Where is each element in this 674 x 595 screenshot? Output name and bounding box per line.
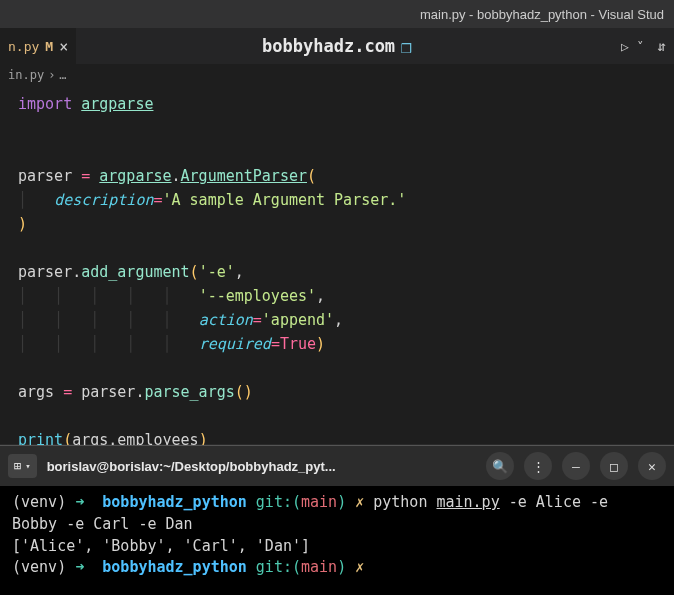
var-args: args <box>18 383 54 401</box>
tab-bar: n.py M × bobbyhadz.com ❒ ▷ ˅ ⇵ <box>0 28 674 64</box>
code-editor[interactable]: import argparse parser = argparse.Argume… <box>0 86 674 444</box>
prompt-arrow: ➜ <box>75 493 84 511</box>
comma: , <box>334 311 343 329</box>
minimize-button[interactable]: — <box>562 452 590 480</box>
git-paren: ( <box>292 493 301 511</box>
module-argparse: argparse <box>81 95 153 113</box>
breadcrumb-file[interactable]: in.py <box>8 68 44 82</box>
site-text: bobbyhadz.com <box>262 36 395 56</box>
cmd-arg: -e <box>509 493 527 511</box>
maximize-button[interactable]: □ <box>600 452 628 480</box>
close-button[interactable]: ✕ <box>638 452 666 480</box>
paren-close: ) <box>18 215 27 233</box>
minimize-icon: — <box>572 459 580 474</box>
module-ref: argparse <box>99 167 171 185</box>
editor-actions: ▷ ˅ ⇵ <box>621 38 666 54</box>
terminal-title: borislav@borislav:~/Desktop/bobbyhadz_py… <box>47 459 476 474</box>
terminal-output: ['Alice', 'Bobby', 'Carl', 'Dan'] <box>12 537 310 555</box>
chevron-down-icon: ▾ <box>25 461 30 471</box>
venv-label: (venv) <box>12 493 66 511</box>
site-label: bobbyhadz.com ❒ <box>262 36 412 57</box>
terminal-content[interactable]: (venv) ➜ bobbyhadz_python git:(main) ✗ p… <box>0 486 674 585</box>
var-parser: parser <box>18 167 72 185</box>
terminal-titlebar: ⊞ ▾ borislav@borislav:~/Desktop/bobbyhad… <box>0 446 674 486</box>
op-eq: = <box>63 383 72 401</box>
comma: , <box>235 263 244 281</box>
new-tab-button[interactable]: ⊞ ▾ <box>8 454 37 478</box>
method-parse-args: parse_args <box>144 383 234 401</box>
search-button[interactable]: 🔍 <box>486 452 514 480</box>
git-paren: ) <box>337 493 346 511</box>
git-label: git: <box>256 558 292 576</box>
close-icon[interactable]: × <box>59 38 68 56</box>
comma: , <box>316 287 325 305</box>
op-eq: = <box>271 335 280 353</box>
string-literal: '-e' <box>199 263 235 281</box>
param-action: action <box>199 311 253 329</box>
paren-close: ) <box>316 335 325 353</box>
menu-button[interactable]: ⋮ <box>524 452 552 480</box>
cmd-file: main.py <box>436 493 499 511</box>
class-argumentparser: ArgumentParser <box>181 167 307 185</box>
method-add-argument: add_argument <box>81 263 189 281</box>
dot: . <box>172 167 181 185</box>
parens: () <box>235 383 253 401</box>
dirty-icon: ✗ <box>355 493 364 511</box>
git-branch: main <box>301 558 337 576</box>
terminal-panel: ⊞ ▾ borislav@borislav:~/Desktop/bobbyhad… <box>0 445 674 595</box>
run-icon[interactable]: ▷ ˅ <box>621 39 644 54</box>
breadcrumb[interactable]: in.py › … <box>0 64 674 86</box>
prompt-dir: bobbyhadz_python <box>102 558 247 576</box>
var-parser: parser <box>81 383 135 401</box>
menu-icon: ⋮ <box>532 459 545 474</box>
paren: ( <box>307 167 316 185</box>
breadcrumb-ellipsis[interactable]: … <box>59 68 66 82</box>
param-description: description <box>54 191 153 209</box>
dot: . <box>72 263 81 281</box>
search-icon: 🔍 <box>492 459 508 474</box>
git-label: git: <box>256 493 292 511</box>
git-paren: ) <box>337 558 346 576</box>
breadcrumb-separator: › <box>48 68 55 82</box>
git-paren: ( <box>292 558 301 576</box>
prompt-arrow: ➜ <box>75 558 84 576</box>
tab-filename: n.py <box>8 39 39 54</box>
prompt-dir: bobbyhadz_python <box>102 493 247 511</box>
git-branch: main <box>301 493 337 511</box>
compare-icon[interactable]: ⇵ <box>658 38 666 54</box>
cube-icon: ❒ <box>401 36 412 57</box>
var-parser: parser <box>18 263 72 281</box>
keyword-import: import <box>18 95 72 113</box>
op-eq: = <box>153 191 162 209</box>
param-required: required <box>199 335 271 353</box>
const-true: True <box>280 335 316 353</box>
string-literal: 'A sample Argument Parser.' <box>163 191 407 209</box>
new-tab-icon: ⊞ <box>14 459 21 473</box>
op-eq: = <box>253 311 262 329</box>
string-literal: '--employees' <box>199 287 316 305</box>
window-title: main.py - bobbyhadz_python - Visual Stud <box>420 7 664 22</box>
maximize-icon: □ <box>610 459 618 474</box>
window-titlebar: main.py - bobbyhadz_python - Visual Stud <box>0 0 674 28</box>
close-icon: ✕ <box>648 459 656 474</box>
paren: ( <box>190 263 199 281</box>
dirty-icon: ✗ <box>355 558 364 576</box>
op-eq: = <box>81 167 90 185</box>
cmd-python: python <box>373 493 427 511</box>
venv-label: (venv) <box>12 558 66 576</box>
string-literal: 'append' <box>262 311 334 329</box>
tab-modified-indicator: M <box>45 39 53 54</box>
editor-tab[interactable]: n.py M × <box>0 28 76 64</box>
